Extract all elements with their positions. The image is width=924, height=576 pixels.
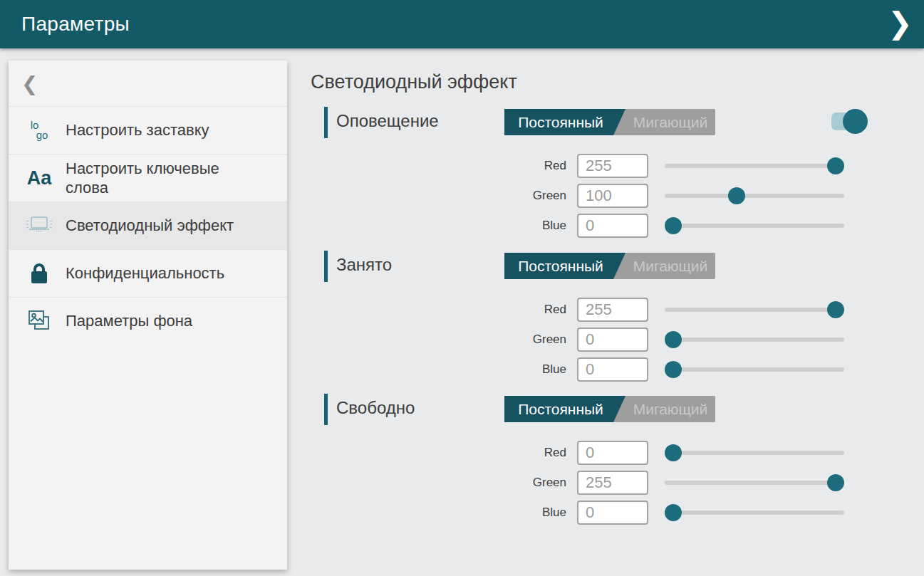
- slider-track[interactable]: [665, 367, 844, 372]
- section-accent-bar: [324, 251, 328, 282]
- green-label: Green: [499, 476, 566, 490]
- sidebar-item-label: Настроить ключевые слова: [66, 159, 252, 198]
- blue-label: Blue: [499, 362, 566, 377]
- green-label: Green: [499, 189, 566, 203]
- slider-track[interactable]: [665, 481, 844, 485]
- red-value-input[interactable]: [577, 441, 648, 465]
- red-channel-row: Red: [499, 153, 862, 179]
- red-label: Red: [499, 446, 566, 460]
- slider-track[interactable]: [665, 510, 844, 515]
- green-slider[interactable]: [665, 183, 844, 209]
- slider-knob[interactable]: [728, 187, 745, 204]
- blue-channel-row: Blue: [499, 213, 862, 239]
- section-accent-bar: [324, 394, 328, 425]
- blue-slider[interactable]: [665, 500, 844, 525]
- slider-track[interactable]: [665, 164, 844, 168]
- slider-knob[interactable]: [665, 361, 682, 378]
- sidebar-item-led-effect[interactable]: Светодиодный эффект: [9, 201, 287, 249]
- slider-track[interactable]: [665, 224, 844, 228]
- green-label: Green: [499, 332, 566, 347]
- slider-track[interactable]: [665, 451, 844, 455]
- slider-track[interactable]: [665, 308, 844, 312]
- green-slider[interactable]: [665, 470, 844, 496]
- red-label: Red: [499, 159, 566, 173]
- mode-blinking-button[interactable]: Мигающий: [625, 396, 715, 422]
- section-title: Свободно: [336, 398, 415, 418]
- red-channel-row: Red: [499, 297, 862, 323]
- section-free: Свободно Мигающий Постоянный Red Green B…: [324, 394, 894, 536]
- background-images-icon: [23, 309, 56, 333]
- blue-slider[interactable]: [665, 213, 844, 239]
- sidebar-item-privacy[interactable]: Конфиденциальность: [9, 249, 287, 297]
- green-channel-row: Green: [499, 327, 862, 352]
- mode-toggle-group: Мигающий Постоянный: [504, 109, 715, 135]
- slider-track[interactable]: [665, 194, 844, 198]
- settings-window: Параметры ❯ ❮ logo Настроить заставку Aa…: [0, 0, 924, 576]
- back-chevron-icon: ❮: [21, 72, 38, 95]
- enable-toggle-switch[interactable]: [831, 107, 871, 135]
- green-slider[interactable]: [665, 327, 844, 352]
- mode-solid-button[interactable]: Постоянный: [504, 109, 625, 135]
- section-busy: Занято Мигающий Постоянный Red Green Blu…: [324, 251, 894, 393]
- mode-blinking-button[interactable]: Мигающий: [625, 109, 715, 135]
- mode-blinking-button[interactable]: Мигающий: [625, 253, 715, 279]
- green-channel-row: Green: [499, 470, 862, 496]
- section-accent-bar: [324, 107, 328, 138]
- page-title: Параметры: [21, 13, 130, 36]
- slider-knob[interactable]: [827, 157, 844, 174]
- sidebar-collapse-button[interactable]: ❮: [9, 61, 287, 106]
- sidebar-item-label: Светодиодный эффект: [66, 216, 252, 236]
- slider-track[interactable]: [665, 337, 844, 342]
- text-aa-icon: Aa: [23, 167, 56, 189]
- sidebar-item-screensaver[interactable]: logo Настроить заставку: [9, 106, 287, 154]
- green-value-input[interactable]: [577, 471, 648, 495]
- blue-channel-row: Blue: [499, 357, 862, 382]
- red-label: Red: [499, 303, 566, 317]
- sidebar-item-keywords[interactable]: Aa Настроить ключевые слова: [9, 154, 287, 201]
- content-title: Светодиодный эффект: [311, 71, 517, 93]
- slider-knob[interactable]: [665, 331, 682, 348]
- sidebar-item-label: Параметры фона: [66, 311, 252, 331]
- red-channel-row: Red: [499, 440, 862, 466]
- green-channel-row: Green: [499, 183, 862, 209]
- top-bar: Параметры ❯: [0, 0, 924, 48]
- blue-label: Blue: [499, 219, 566, 233]
- section-title: Оповещение: [336, 111, 439, 131]
- slider-knob[interactable]: [665, 444, 682, 461]
- section-title: Занято: [336, 255, 392, 275]
- green-value-input[interactable]: [577, 184, 648, 208]
- blue-slider[interactable]: [665, 357, 844, 382]
- sidebar-item-label: Настроить заставку: [66, 120, 252, 140]
- blue-value-input[interactable]: [577, 357, 648, 382]
- mode-solid-button[interactable]: Постоянный: [504, 253, 625, 279]
- toggle-knob: [843, 109, 868, 134]
- sidebar-item-background[interactable]: Параметры фона: [9, 297, 287, 345]
- slider-knob[interactable]: [665, 504, 682, 521]
- green-value-input[interactable]: [577, 328, 648, 352]
- mode-toggle-group: Мигающий Постоянный: [504, 253, 715, 279]
- settings-sidebar: ❮ logo Настроить заставку Aa Настроить к…: [9, 61, 287, 570]
- slider-knob[interactable]: [665, 217, 682, 234]
- red-slider[interactable]: [665, 297, 844, 323]
- blue-value-input[interactable]: [577, 214, 648, 238]
- blue-value-input[interactable]: [577, 501, 648, 525]
- red-value-input[interactable]: [577, 298, 648, 322]
- led-screen-icon: [23, 215, 56, 236]
- blue-channel-row: Blue: [499, 500, 862, 525]
- mode-solid-button[interactable]: Постоянный: [504, 396, 625, 422]
- red-slider[interactable]: [665, 153, 844, 179]
- red-slider[interactable]: [665, 440, 844, 466]
- blue-label: Blue: [499, 506, 566, 520]
- sidebar-item-label: Конфиденциальность: [66, 263, 252, 283]
- mode-toggle-group: Мигающий Постоянный: [504, 396, 715, 422]
- section-notification: Оповещение Мигающий Постоянный Red Green: [324, 107, 894, 249]
- forward-chevron-icon[interactable]: ❯: [888, 3, 913, 44]
- slider-knob[interactable]: [827, 474, 844, 491]
- slider-knob[interactable]: [827, 301, 844, 318]
- red-value-input[interactable]: [577, 154, 648, 178]
- logo-icon: logo: [23, 120, 56, 141]
- lock-icon: [23, 262, 56, 285]
